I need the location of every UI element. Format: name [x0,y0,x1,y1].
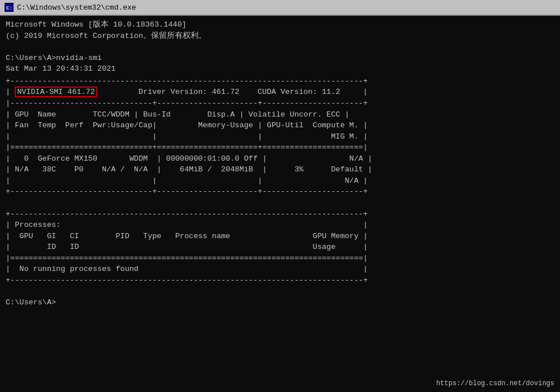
smi-border-top: +---------------------------------------… [6,76,554,87]
window-title: C:\Windows\system32\cmd.exe [17,3,555,12]
gpu-data-row2: | N/A 38C P0 N/A / N/A | 64MiB / 2048MiB… [6,164,554,175]
smi-output: +---------------------------------------… [6,76,554,286]
proc-header1: | GPU GI CI PID Type Process name GPU Me… [6,231,554,242]
cmd-icon: C:\ [5,3,14,12]
cmd-prompt: C:\Users\A> [6,297,554,308]
blank-line-2 [6,286,554,298]
smi-border-eq1: |===============================+=======… [6,142,554,153]
nvidia-smi-command: C:\Users\A>nvidia-smi [6,53,554,64]
proc-label: | Processes: | [6,219,554,231]
nvidia-smi-boxed-label: NVIDIA-SMI 461.72 [15,87,97,97]
driver-version-text: Driver Version: 461.72 [139,88,239,96]
console-area: Microsoft Windows [版本 10.0.18363.1440] (… [0,16,560,392]
cuda-version-text: CUDA Version: 11.2 [258,88,341,96]
gpu-data-row1: | 0 GeForce MX150 WDDM | 00000000:01:00.… [6,153,554,165]
timestamp-line: Sat Mar 13 20:43:31 2021 [6,63,554,75]
smi-header-row: | NVIDIA-SMI 461.72 Driver Version: 461.… [6,87,554,98]
blank-line-1 [6,41,554,53]
proc-header2: | ID ID Usage | [6,242,554,253]
proc-border-top: +---------------------------------------… [6,209,554,220]
smi-border-bot: +-------------------------------+-------… [6,186,554,197]
ms-windows-line: Microsoft Windows [版本 10.0.18363.1440] [6,19,554,31]
titlebar: C:\ C:\Windows\system32\cmd.exe [0,0,560,16]
smi-col-header2: | Fan Temp Perf Pwr:Usage/Cap| Memory-Us… [6,120,554,131]
smi-col-border: |-------------------------------+-------… [6,98,554,109]
footer-link: https://blog.csdn.net/dovings [436,380,554,387]
proc-border-bot: +---------------------------------------… [6,275,554,286]
smi-spacer [6,197,554,209]
proc-no-running: | No running processes found | [6,264,554,275]
copyright-line: (c) 2019 Microsoft Corporation。保留所有权利。 [6,31,554,42]
smi-col-header1: | GPU Name TCC/WDDM | Bus-Id Disp.A | Vo… [6,109,554,120]
gpu-data-row3: | | | N/A | [6,175,554,187]
proc-border-eq: |=======================================… [6,253,554,264]
smi-col-header3: | | | MIG M. | [6,131,554,143]
svg-text:C:\: C:\ [6,6,13,11]
